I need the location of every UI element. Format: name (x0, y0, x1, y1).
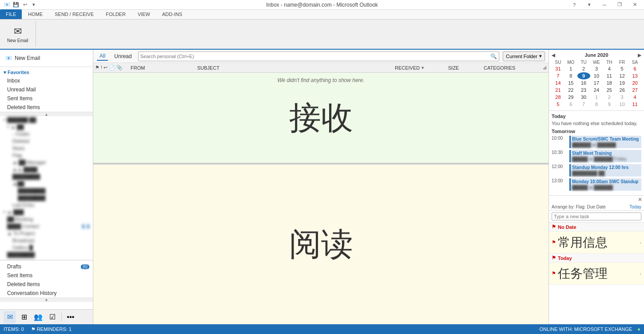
calendar-cell[interactable]: 17 (590, 79, 603, 86)
sidebar-tree-s2-gallery[interactable]: Gallery █ (0, 244, 93, 251)
help-button[interactable]: ? (568, 0, 580, 10)
tab-folder[interactable]: FOLDER (100, 9, 131, 19)
task-item-2[interactable]: ⚑ 任务管理 › (549, 263, 644, 285)
search-icon[interactable]: 🔍 (490, 53, 497, 59)
sidebar-tree-s2-1[interactable]: ▾ ▲ ███ (0, 208, 93, 216)
sidebar-tree-news[interactable]: News (0, 145, 93, 152)
sidebar-tree-deleted[interactable]: Deleted (0, 138, 93, 145)
col-received-header[interactable]: RECEIVED ▼ (393, 65, 446, 71)
sidebar-item-deleted-items-2[interactable]: Deleted Items (0, 280, 93, 289)
filter-unread-tab[interactable]: Unread (111, 52, 134, 60)
calendar-cell[interactable]: 23 (577, 86, 590, 94)
quick-access-undo[interactable]: ↩ (21, 1, 28, 8)
sidebar-tree-clutter[interactable]: - Clutter (0, 130, 93, 138)
restore-button[interactable]: ❐ (614, 0, 625, 10)
sidebar-item-drafts[interactable]: Drafts[6] (0, 262, 93, 271)
task-arrow-icon-2[interactable]: › (640, 271, 641, 276)
tab-send-receive[interactable]: SEND / RECEIVE (49, 9, 99, 19)
calendar-cell[interactable]: 2 (603, 94, 616, 101)
calendar-next-button[interactable]: ▶ (638, 53, 641, 58)
col-from-header[interactable]: FROM (129, 65, 195, 71)
sidebar-scroll-down[interactable]: ▼ (0, 298, 93, 302)
calendar-cell[interactable]: 19 (616, 79, 628, 86)
nav-contacts-button[interactable]: 👥 (32, 311, 44, 323)
calendar-cell[interactable]: 4 (628, 94, 641, 101)
sidebar-tree-s2-contact[interactable]: ████ Contact█ (0, 223, 93, 230)
sidebar-tree-s2-broadcast[interactable]: Broadcast (0, 237, 93, 244)
calendar-cell[interactable]: 28 (552, 94, 564, 101)
sidebar-item-unread-mail[interactable]: Unread Mail (0, 85, 93, 94)
sidebar-item-sent-items-2[interactable]: Sent Items (0, 271, 93, 280)
task-input[interactable] (552, 212, 641, 220)
task-item-1[interactable]: ⚑ 常用信息 › (549, 232, 644, 254)
calendar-cell[interactable]: 20 (628, 79, 641, 86)
current-folder-button[interactable]: Current Folder ▾ (503, 51, 545, 61)
calendar-cell[interactable]: 7 (577, 101, 590, 108)
calendar-cell[interactable]: 15 (564, 79, 577, 86)
sidebar-new-email-button[interactable]: 📧 New Email (4, 53, 89, 63)
ribbon-minimize-button[interactable]: ▾ (584, 0, 595, 10)
calendar-cell[interactable]: 11 (628, 101, 641, 108)
filter-all-tab[interactable]: All (97, 52, 108, 61)
calendar-cell[interactable]: 24 (590, 86, 603, 94)
quick-access-more[interactable]: ▾ (30, 1, 37, 8)
calendar-cell[interactable]: 13 (628, 72, 641, 79)
task-close-button[interactable]: ✕ (638, 196, 642, 203)
col-subject-header[interactable]: SUBJECT (195, 65, 393, 71)
sidebar-tree-sub1[interactable]: ▾ ▲ ██ (0, 123, 93, 130)
quick-access-save[interactable]: 💾 (12, 1, 20, 8)
schedule-event[interactable]: Staff Meet Training █████ at ██████ Frid… (569, 150, 641, 162)
sidebar-tree-account[interactable]: ▾ ██████ ██ (0, 116, 93, 123)
sidebar-tree-sub4a[interactable]: ████████ (0, 187, 93, 194)
calendar-cell[interactable]: 16 (577, 79, 590, 86)
sidebar-tree-last[interactable]: Last Entry (0, 201, 93, 208)
nav-mail-button[interactable]: ✉ (4, 311, 16, 323)
calendar-cell[interactable]: 31 (552, 65, 564, 72)
nav-more-button[interactable]: ••• (64, 311, 77, 323)
calendar-cell[interactable]: 26 (616, 86, 628, 94)
schedule-event[interactable]: Standup Monday 12:00 hrs ████████ ██ (569, 164, 641, 177)
calendar-cell[interactable]: 8 (564, 72, 577, 79)
calendar-cell[interactable]: 29 (564, 94, 577, 101)
nav-tasks-button[interactable]: ☑ (46, 311, 59, 323)
task-today-button[interactable]: Today (629, 204, 641, 209)
sidebar-item-deleted-items[interactable]: Deleted Items (0, 103, 93, 112)
calendar-cell[interactable]: 9 (577, 72, 590, 79)
nav-calendar-button[interactable]: ⊞ (18, 311, 30, 323)
calendar-cell[interactable]: 2 (577, 65, 590, 72)
calendar-cell[interactable]: 25 (603, 86, 616, 94)
minimize-button[interactable]: ─ (599, 0, 610, 10)
schedule-event[interactable]: Blue Scrum/SWC Team Meeting ██████ at ██… (569, 136, 641, 148)
sidebar-tree-s2-booking[interactable]: ██ Booking (0, 216, 93, 223)
sidebar-tree-s2-last[interactable]: ████████ (0, 251, 93, 258)
sidebar-item-conversation-history[interactable]: Conversation History (0, 289, 93, 298)
calendar-cell[interactable]: 27 (628, 86, 641, 94)
calendar-cell[interactable]: 5 (616, 65, 628, 72)
search-input[interactable] (140, 54, 490, 59)
calendar-cell[interactable]: 6 (628, 65, 641, 72)
calendar-cell[interactable]: 8 (590, 101, 603, 108)
expand-favorites-icon[interactable]: ▾ (4, 70, 6, 75)
calendar-cell[interactable]: 3 (590, 65, 603, 72)
sidebar-tree-sub4b[interactable]: ████████ (0, 194, 93, 201)
calendar-cell[interactable]: 9 (603, 101, 616, 108)
tab-home[interactable]: HOME (22, 9, 48, 19)
sidebar-item-inbox[interactable]: Inbox (0, 76, 93, 85)
new-email-button[interactable]: ✉ New Email (4, 24, 32, 45)
calendar-cell[interactable]: 1 (564, 65, 577, 72)
sidebar-tree-s2-project[interactable]: ▲ To Project (0, 230, 93, 237)
categories-filter-icon[interactable]: ⊿ (543, 65, 547, 71)
calendar-cell[interactable]: 4 (603, 65, 616, 72)
calendar-cell[interactable]: 1 (590, 94, 603, 101)
sidebar-tree-flag[interactable]: Flag (0, 152, 93, 159)
calendar-cell[interactable]: 10 (616, 101, 628, 108)
sidebar-tree-sub4[interactable]: ▲██ (0, 180, 93, 187)
sidebar-tree-sub2[interactable]: ▲▲ ████ (0, 166, 93, 173)
tab-view[interactable]: VIEW (132, 9, 156, 19)
calendar-cell[interactable]: 22 (564, 86, 577, 94)
calendar-prev-button[interactable]: ◀ (552, 53, 555, 58)
tab-add-ins[interactable]: ADD-INS (156, 9, 188, 19)
calendar-cell[interactable]: 14 (552, 79, 564, 86)
calendar-cell[interactable]: 10 (590, 72, 603, 79)
calendar-cell[interactable]: 6 (564, 101, 577, 108)
